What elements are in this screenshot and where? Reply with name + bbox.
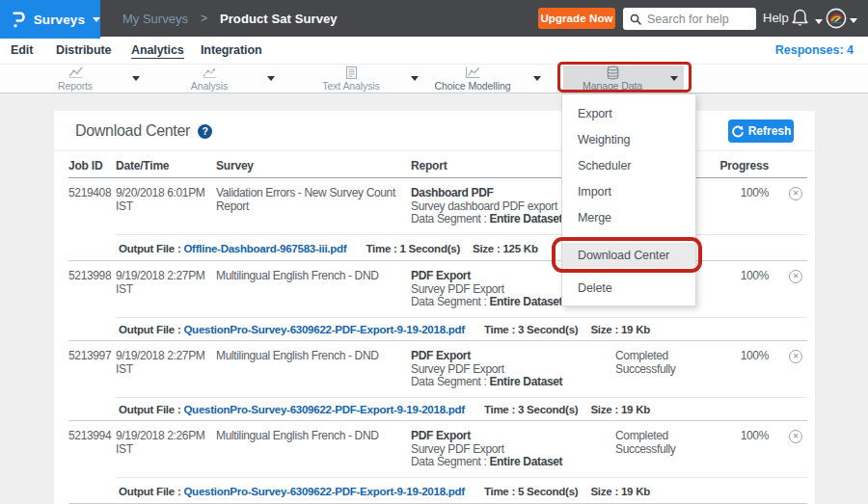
manage-data-dropdown-caret[interactable]: [670, 76, 678, 81]
report-cell: PDF Export Survey PDF Export Data Segmen…: [411, 350, 613, 389]
size-label: Size :: [590, 404, 620, 415]
tab-edit[interactable]: Edit: [11, 37, 33, 64]
analysis-dropdown-caret[interactable]: [267, 76, 275, 81]
app-root: My Surveys > Product Sat Survey Upgrade …: [0, 0, 868, 504]
output-file-row: Output File : QuestionPro-Survey-6309622…: [116, 317, 807, 341]
reports-button[interactable]: Reports: [27, 65, 123, 93]
refresh-label: Refresh: [748, 124, 792, 138]
progress-cell: 100%: [741, 430, 769, 443]
time-value: 3 Second(s): [518, 404, 578, 415]
output-file-row: Output File : QuestionPro-Survey-6309622…: [116, 477, 807, 504]
toolbar-label: Text Analysis: [322, 80, 379, 92]
search-icon: [630, 13, 641, 25]
help-link[interactable]: Help: [763, 0, 789, 37]
analytics-toolbar: Reports Analysis: [0, 64, 868, 93]
surveys-product-switcher[interactable]: Surveys: [0, 0, 100, 39]
size-label: Size :: [590, 486, 620, 497]
time-label: Time :: [484, 324, 518, 335]
cancel-job-icon[interactable]: ✕: [789, 350, 802, 363]
choice-modelling-button[interactable]: Choice Modelling: [420, 65, 525, 93]
bell-icon: [791, 9, 809, 28]
output-file-row: Output File : QuestionPro-Survey-6309622…: [116, 397, 807, 421]
date-time-cell: 9/20/2018 6:01PMIST: [116, 187, 212, 213]
size-value: 125 Kb: [502, 243, 537, 254]
time-label: Time :: [484, 404, 518, 415]
chevron-down-icon: [93, 17, 100, 22]
output-file-row: Output File : Offline-Dashboard-967583-i…: [116, 234, 807, 261]
manage-data-button[interactable]: Manage Data: [563, 66, 662, 92]
menu-item-scheduler[interactable]: Scheduler: [562, 153, 695, 179]
menu-item-download-center[interactable]: Download Center: [562, 243, 695, 268]
breadcrumb-my-surveys[interactable]: My Surveys: [122, 12, 188, 26]
responses-count[interactable]: Responses: 4: [775, 37, 854, 64]
date-time-cell: 9/19/2018 2:27PMIST: [116, 270, 212, 296]
tab-integration[interactable]: Integration: [201, 37, 261, 64]
refresh-button[interactable]: Refresh: [728, 119, 794, 143]
output-file-label: Output File :: [119, 404, 183, 415]
date-time-cell: 9/19/2018 2:27PMIST: [116, 350, 212, 376]
text-report-icon: [344, 66, 359, 80]
choice-modelling-dropdown-caret[interactable]: [533, 76, 541, 81]
analysis-button[interactable]: Analysis: [160, 65, 258, 93]
header-survey: Survey: [216, 159, 254, 172]
toolbar-group-text-analysis: Text Analysis: [300, 65, 419, 93]
header-date-time: Date/Time: [116, 159, 169, 172]
toolbar-group-choice-modelling: Choice Modelling: [420, 65, 541, 93]
table-header-row: Job ID Date/Time Survey Report Progress: [54, 152, 815, 178]
help-icon[interactable]: ?: [198, 124, 212, 139]
output-file-link[interactable]: QuestionPro-Survey-6309622-PDF-Export-9-…: [183, 324, 464, 335]
reports-dropdown-caret[interactable]: [132, 76, 140, 81]
table-row: 5213998 9/19/2018 2:27PMIST Multilingual…: [54, 261, 815, 341]
upgrade-now-button[interactable]: Upgrade Now: [538, 8, 615, 29]
date-time-cell: 9/19/2018 2:26PMIST: [116, 430, 212, 456]
time-value: 3 Second(s): [518, 324, 578, 335]
notifications-control[interactable]: [791, 9, 823, 28]
header-report: Report: [411, 159, 447, 172]
table-row: 5213994 9/19/2018 2:26PMIST Multilingual…: [54, 421, 815, 504]
output-file-link[interactable]: Offline-Dashboard-967583-iii.pdf: [183, 243, 346, 254]
cancel-job-icon[interactable]: ✕: [789, 270, 802, 283]
output-file-label: Output File :: [119, 486, 183, 497]
menu-item-export[interactable]: Export: [562, 101, 695, 127]
survey-cell: Multilingual English French - DND: [216, 270, 409, 283]
account-menu[interactable]: [826, 8, 857, 29]
header-job-id: Job ID: [68, 159, 102, 172]
report-cell: PDF Export Survey PDF Export Data Segmen…: [411, 430, 613, 469]
job-id-cell: 5219408: [68, 187, 115, 200]
output-file-link[interactable]: QuestionPro-Survey-6309622-PDF-Export-9-…: [183, 404, 464, 415]
header-progress: Progress: [720, 159, 769, 172]
menu-item-weighting[interactable]: Weighting: [562, 127, 695, 153]
toolbar-group-reports: Reports: [27, 65, 140, 93]
brand-label: Surveys: [34, 13, 85, 27]
card-title-group: Download Center ?: [75, 111, 212, 151]
survey-cell: Multilingual English French - DND: [216, 350, 409, 363]
toolbar-label: Reports: [58, 80, 93, 92]
output-file-link[interactable]: QuestionPro-Survey-6309622-PDF-Export-9-…: [183, 486, 464, 497]
progress-cell: 100%: [741, 187, 769, 200]
menu-item-import[interactable]: Import: [562, 179, 695, 205]
chevron-down-icon: [850, 18, 857, 23]
toolbar-group-analysis: Analysis: [160, 65, 275, 93]
job-id-cell: 5213998: [68, 270, 115, 283]
tab-distribute[interactable]: Distribute: [56, 37, 111, 64]
survey-nav-tabs: Edit Distribute Analytics Integration Re…: [0, 37, 868, 64]
status-cell: CompletedSuccessfully: [615, 350, 712, 376]
manage-data-dropdown-menu: Export Weighting Scheduler Import Merge …: [561, 93, 696, 306]
text-analysis-button[interactable]: Text Analysis: [300, 65, 402, 93]
refresh-icon: [731, 125, 744, 138]
tab-analytics[interactable]: Analytics: [131, 37, 184, 64]
help-search-box[interactable]: [623, 8, 756, 30]
cancel-job-icon[interactable]: ✕: [789, 187, 802, 200]
toolbar-label: Choice Modelling: [435, 80, 511, 92]
output-file-label: Output File :: [119, 243, 183, 254]
menu-item-delete[interactable]: Delete: [562, 276, 695, 302]
text-analysis-dropdown-caret[interactable]: [411, 76, 419, 81]
size-label: Size :: [473, 243, 502, 254]
chevron-right-icon: >: [201, 12, 207, 25]
size-value: 19 Kb: [621, 486, 650, 497]
menu-item-merge[interactable]: Merge: [562, 205, 695, 231]
cancel-job-icon[interactable]: ✕: [789, 430, 802, 443]
choice-chart-icon: [465, 66, 481, 80]
table-row: 5213997 9/19/2018 2:27PMIST Multilingual…: [54, 341, 815, 421]
search-input[interactable]: [647, 13, 749, 26]
